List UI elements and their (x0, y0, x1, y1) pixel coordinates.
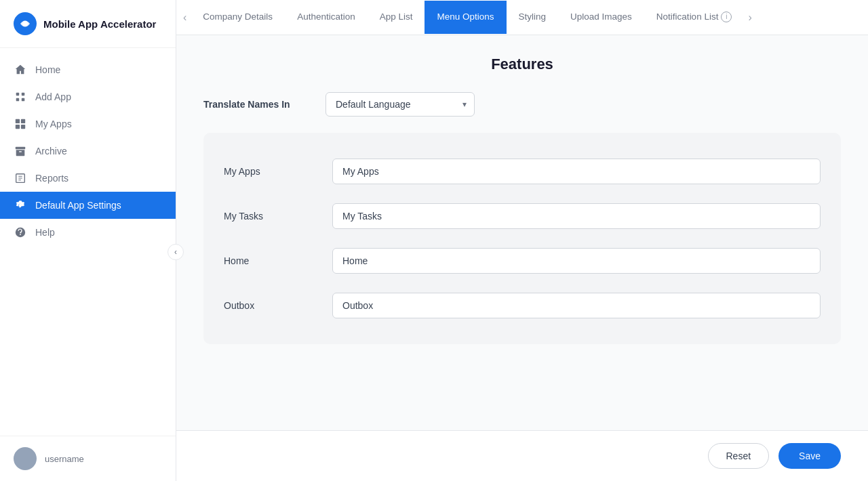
add-app-icon (14, 90, 27, 104)
sidebar-collapse-button[interactable]: ‹ (167, 244, 184, 260)
sidebar-item-default-app-settings-label: Default App Settings (35, 200, 121, 211)
settings-icon (14, 198, 27, 212)
feature-row-my-apps: My Apps (224, 149, 821, 194)
page-content-area: Features Translate Names In Default Lang… (176, 35, 868, 430)
svg-rect-3 (22, 93, 25, 96)
tab-menu-options[interactable]: Menu Options (425, 1, 506, 34)
svg-rect-4 (16, 98, 20, 102)
sidebar-item-home[interactable]: Home (0, 56, 176, 83)
svg-rect-9 (21, 125, 25, 129)
app-logo-icon (14, 12, 37, 35)
sidebar-item-default-app-settings[interactable]: Default App Settings (0, 192, 176, 219)
sidebar-item-archive-label: Archive (35, 146, 67, 156)
my-apps-field-input[interactable] (332, 159, 821, 184)
sidebar-item-help[interactable]: Help (0, 219, 176, 246)
tab-upload-images[interactable]: Upload Images (558, 1, 644, 34)
tab-company-details[interactable]: Company Details (191, 1, 285, 34)
my-apps-icon (14, 117, 27, 131)
notification-list-info-icon: i (721, 12, 732, 22)
tab-app-list[interactable]: App List (368, 1, 425, 34)
sidebar-item-reports[interactable]: Reports (0, 165, 176, 192)
home-field-label: Home (224, 255, 305, 266)
language-select-wrapper: Default Language English Spanish French … (326, 92, 475, 117)
svg-rect-5 (22, 98, 25, 102)
reset-button[interactable]: Reset (708, 443, 770, 469)
sidebar-logo: Mobile App Accelerator (0, 0, 176, 48)
page-title: Features (203, 56, 841, 73)
tab-prev-button[interactable]: ‹ (179, 9, 191, 26)
sidebar-item-add-app[interactable]: Add App (0, 83, 176, 110)
feature-row-home: Home (224, 238, 821, 283)
tab-notification-list[interactable]: Notification List i (644, 1, 745, 35)
sidebar-item-archive[interactable]: Archive (0, 138, 176, 165)
svg-rect-10 (16, 147, 25, 150)
svg-point-1 (22, 21, 28, 26)
translate-names-label: Translate Names In (203, 99, 312, 110)
my-apps-field-label: My Apps (224, 166, 305, 177)
help-icon (14, 226, 27, 239)
svg-rect-7 (21, 119, 25, 123)
my-tasks-field-input[interactable] (332, 203, 821, 229)
page-footer: Reset Save (176, 430, 868, 481)
sidebar-item-reports-label: Reports (35, 173, 68, 184)
sidebar-item-add-app-label: Add App (35, 91, 71, 102)
feature-row-outbox: Outbox (224, 283, 821, 328)
outbox-field-input[interactable] (332, 293, 821, 318)
user-name: username (45, 454, 84, 464)
tab-bar: ‹ Company Details Authentication App Lis… (176, 0, 868, 35)
translate-names-row: Translate Names In Default Language Engl… (203, 92, 841, 117)
svg-rect-6 (16, 119, 20, 123)
home-icon (14, 63, 27, 77)
save-button[interactable]: Save (778, 443, 841, 469)
svg-rect-2 (16, 93, 20, 96)
sidebar-item-help-label: Help (35, 227, 55, 238)
sidebar-nav: Home Add App My Apps Archive (0, 48, 176, 436)
svg-rect-8 (16, 125, 20, 129)
sidebar-item-my-apps-label: My Apps (35, 119, 72, 129)
outbox-field-label: Outbox (224, 300, 305, 311)
features-box: My Apps My Tasks Home Outbox (203, 133, 841, 344)
reports-icon (14, 171, 27, 185)
sidebar: Mobile App Accelerator Home Add App My A… (0, 0, 176, 481)
avatar (14, 447, 37, 470)
sidebar-item-my-apps[interactable]: My Apps (0, 110, 176, 138)
sidebar-app-title: Mobile App Accelerator (43, 18, 156, 30)
sidebar-footer: username (0, 436, 176, 481)
tab-authentication[interactable]: Authentication (285, 1, 368, 34)
my-tasks-field-label: My Tasks (224, 211, 305, 222)
main-content: ‹ Company Details Authentication App Lis… (176, 0, 868, 481)
chevron-left-icon: ‹ (174, 247, 177, 257)
feature-row-my-tasks: My Tasks (224, 194, 821, 238)
tab-styling[interactable]: Styling (507, 1, 559, 34)
sidebar-item-home-label: Home (35, 64, 60, 75)
home-field-input[interactable] (332, 248, 821, 274)
archive-icon (14, 144, 27, 158)
tab-next-button[interactable]: › (744, 9, 755, 26)
language-select[interactable]: Default Language English Spanish French … (326, 92, 475, 117)
